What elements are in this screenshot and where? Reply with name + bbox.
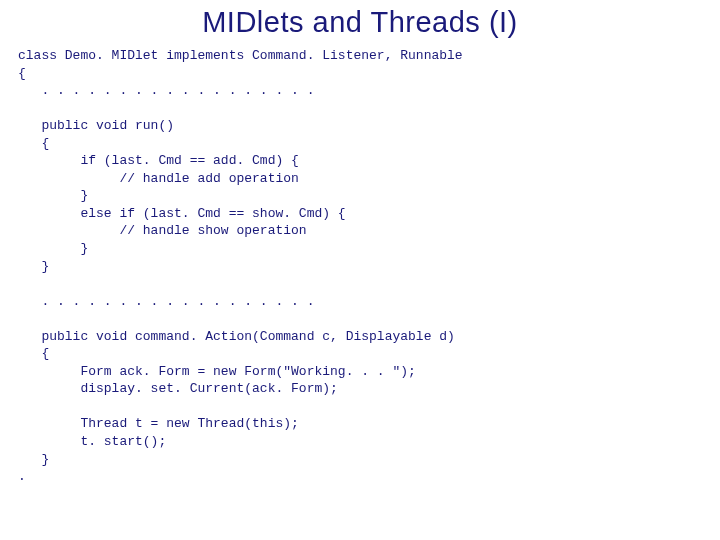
slide-title: MIDlets and Threads (I) [0,0,720,47]
code-block: class Demo. MIDlet implements Command. L… [0,47,720,486]
